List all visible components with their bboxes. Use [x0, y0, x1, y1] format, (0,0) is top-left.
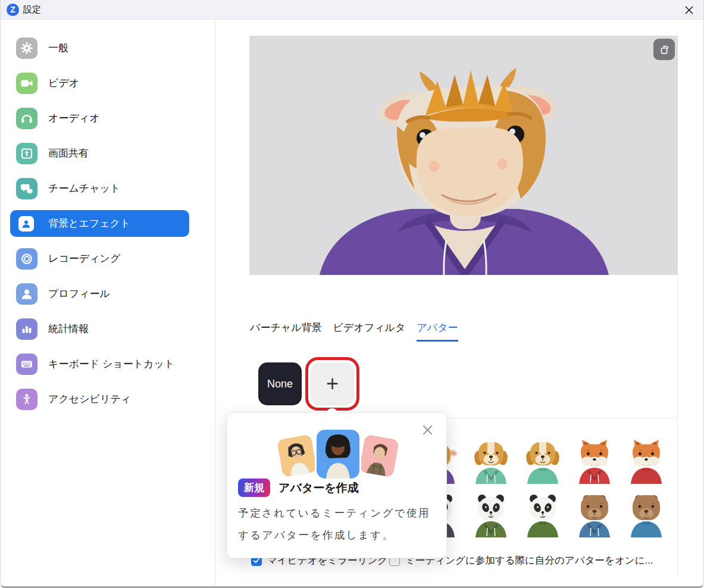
avatar-none-button[interactable]: None — [258, 362, 302, 405]
avatar-option-dog-hoodie[interactable] — [469, 439, 513, 484]
person-dark-skin-thumbnail — [317, 430, 359, 478]
settings-window: Z 設定 一般ビデオオーディオ画面共有チームチャット背景とエフェクトレコーディン… — [0, 0, 704, 588]
avatar-option-panda-hoodie[interactable] — [469, 492, 513, 537]
avatar-option-fox-tshirt[interactable] — [624, 439, 668, 484]
sidebar-item-label: チームチャット — [48, 182, 120, 195]
bar-chart-icon — [16, 318, 37, 340]
avatar-option-fox-hoodie[interactable] — [572, 439, 617, 484]
avatar-creation-thumbnails — [280, 425, 396, 487]
chat-bubbles-icon — [16, 178, 37, 199]
sidebar-item-keyboard-shortcuts[interactable]: キーボード ショートカット — [1, 346, 215, 381]
sidebar-item-recording[interactable]: レコーディング — [1, 241, 215, 276]
avatar-option-dog-tshirt[interactable] — [521, 439, 565, 484]
popup-close-button[interactable] — [420, 423, 434, 437]
zoom-logo-icon: Z — [7, 4, 19, 16]
titlebar: Z 設定 — [1, 0, 703, 20]
avatar-option-bear-tshirt[interactable] — [624, 492, 668, 537]
sidebar-item-profile[interactable]: プロフィール — [1, 276, 215, 311]
sidebar-item-label: レコーディング — [48, 252, 120, 265]
avatar-add-button[interactable]: + — [311, 362, 354, 405]
close-icon — [422, 424, 433, 436]
person-icon — [16, 283, 37, 305]
record-circle-icon — [16, 248, 37, 270]
popup-heading-row: 新規 アバターを作成 — [238, 478, 359, 497]
popup-arrow — [327, 408, 337, 418]
popup-description: 予定されているミーティングで使用 するアバターを作成します。 — [238, 502, 430, 546]
popup-title: アバターを作成 — [279, 480, 359, 496]
sidebar-item-background-effects[interactable]: 背景とエフェクト — [10, 210, 189, 237]
sidebar-item-label: アクセシビリティ — [48, 392, 131, 406]
avatar-option-bear-hoodie[interactable] — [572, 492, 617, 537]
sidebar-item-screen-share[interactable]: 画面共有 — [1, 136, 215, 171]
tab-avatar[interactable]: アバター — [417, 321, 458, 342]
person-glasses-thumbnail — [277, 434, 317, 477]
sidebar-item-team-chat[interactable]: チームチャット — [1, 171, 215, 206]
gear-icon — [16, 37, 37, 59]
cow-avatar-image — [249, 36, 678, 275]
background-effects-tabs: バーチャル背景ビデオフィルタアバター — [250, 321, 458, 342]
tab-video-filter[interactable]: ビデオフィルタ — [333, 321, 406, 342]
sidebar-item-audio[interactable]: オーディオ — [1, 101, 215, 136]
person-brown-hair-thumbnail — [359, 434, 399, 477]
sidebar-item-label: キーボード ショートカット — [48, 357, 174, 371]
window-title: 設定 — [23, 4, 41, 15]
avatar-grid-row — [417, 439, 668, 484]
person-badge-icon — [18, 216, 34, 232]
rotate-icon — [658, 43, 671, 56]
sidebar-item-label: 画面共有 — [48, 146, 89, 160]
sidebar-item-video[interactable]: ビデオ — [1, 65, 215, 101]
tab-virtual-background[interactable]: バーチャル背景 — [250, 321, 322, 342]
headphones-icon — [16, 108, 37, 129]
avatar-option-panda-tshirt[interactable] — [521, 492, 565, 537]
rotate-view-button[interactable] — [653, 39, 675, 60]
sidebar-item-label: オーディオ — [48, 111, 100, 125]
screen-share-icon — [16, 143, 37, 164]
sidebar-item-label: 一般 — [48, 41, 68, 55]
accessibility-icon — [16, 389, 37, 410]
sidebar: 一般ビデオオーディオ画面共有チームチャット背景とエフェクトレコーディングプロフィ… — [1, 20, 215, 586]
avatar-preview — [249, 36, 678, 275]
sidebar-item-label: ビデオ — [48, 76, 79, 90]
close-icon — [684, 5, 694, 15]
sidebar-item-label: プロフィール — [48, 287, 110, 301]
new-badge: 新規 — [238, 478, 270, 497]
avatar-grid-row — [417, 492, 668, 537]
keyboard-icon — [16, 354, 37, 375]
video-camera-icon — [16, 73, 37, 94]
sidebar-item-label: 背景とエフェクト — [48, 217, 130, 230]
sidebar-item-accessibility[interactable]: アクセシビリティ — [1, 381, 215, 417]
window-close-button[interactable] — [682, 3, 696, 17]
sidebar-nav: 一般ビデオオーディオ画面共有チームチャット背景とエフェクトレコーディングプロフィ… — [1, 30, 215, 417]
sidebar-item-label: 統計情報 — [48, 322, 89, 336]
sidebar-item-general[interactable]: 一般 — [1, 30, 215, 65]
sidebar-item-statistics[interactable]: 統計情報 — [1, 311, 215, 346]
create-avatar-popup: 新規 アバターを作成 予定されているミーティングで使用 するアバターを作成します… — [227, 412, 447, 558]
